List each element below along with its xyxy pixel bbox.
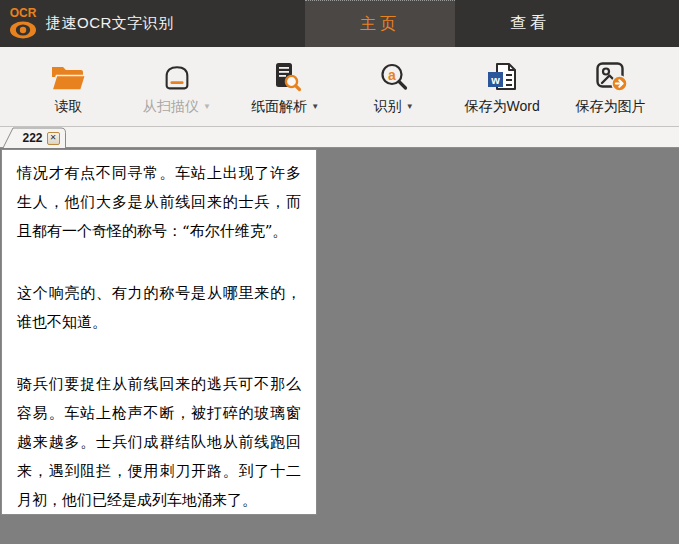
- close-tab-icon[interactable]: ✕: [47, 132, 60, 145]
- page-analysis-button[interactable]: 纸面解析 ▼: [239, 51, 331, 123]
- document-tabstrip: 222 ✕: [0, 127, 679, 148]
- recognize-button-label: 识别: [374, 98, 402, 116]
- document-page: 情况才有点不同寻常。车站上出现了许多生人，他们大多是从前线回来的士兵，而且都有一…: [1, 149, 317, 515]
- recognize-icon: a: [377, 58, 410, 94]
- toolbar: 读取 从扫描仪 ▼ 纸面解析 ▼: [0, 47, 679, 127]
- page-paragraph: 情况才有点不同寻常。车站上出现了许多生人，他们大多是从前线回来的士兵，而且都有一…: [17, 159, 301, 246]
- page-paragraph: 这个响亮的、有力的称号是从哪里来的，谁也不知道。: [17, 279, 301, 337]
- document-tab-222[interactable]: 222 ✕: [2, 127, 68, 148]
- read-button[interactable]: 读取: [22, 51, 114, 123]
- logo-text: OCR: [10, 6, 37, 20]
- from-scanner-button[interactable]: 从扫描仪 ▼: [131, 51, 223, 123]
- scanner-icon: [161, 58, 193, 94]
- open-folder-icon: [50, 58, 86, 94]
- ocr-eye-icon: OCR: [3, 4, 43, 44]
- preview-canvas: 情况才有点不同寻常。车站上出现了许多生人，他们大多是从前线回来的士兵，而且都有一…: [0, 148, 679, 543]
- from-scanner-button-label: 从扫描仪: [143, 98, 199, 116]
- save-word-icon: w: [484, 58, 520, 94]
- titlebar-right-pad: [605, 0, 679, 47]
- save-as-image-button-label: 保存为图片: [576, 98, 646, 116]
- recognize-icon-letter: a: [388, 66, 396, 82]
- tab-view[interactable]: 查看: [455, 0, 605, 47]
- chevron-down-icon: ▼: [311, 102, 319, 111]
- save-as-word-button-label: 保存为Word: [465, 98, 540, 116]
- chevron-down-icon: ▼: [406, 102, 414, 111]
- page-analysis-button-label: 纸面解析: [251, 98, 307, 116]
- read-button-label: 读取: [54, 98, 82, 116]
- chevron-down-icon: ▼: [203, 102, 211, 111]
- recognize-button[interactable]: a 识别 ▼: [348, 51, 440, 123]
- tab-home[interactable]: 主页: [305, 0, 455, 47]
- document-tab-label: 222: [22, 131, 42, 145]
- app-title: 捷速OCR文字识别: [46, 0, 174, 47]
- word-icon-letter: w: [490, 73, 500, 85]
- save-as-word-button[interactable]: w 保存为Word: [456, 51, 548, 123]
- titlebar: OCR 捷速OCR文字识别 主页 查看: [0, 0, 679, 47]
- titlebar-spacer: [174, 0, 305, 47]
- save-image-icon: [593, 58, 629, 94]
- save-as-image-button[interactable]: 保存为图片: [565, 51, 657, 123]
- app-logo-ocr-eye-icon: OCR: [0, 0, 46, 47]
- page-paragraph: 骑兵们要捉住从前线回来的逃兵可不那么容易。车站上枪声不断，被打碎的玻璃窗越来越多…: [17, 370, 301, 515]
- page-analysis-icon: [268, 58, 302, 94]
